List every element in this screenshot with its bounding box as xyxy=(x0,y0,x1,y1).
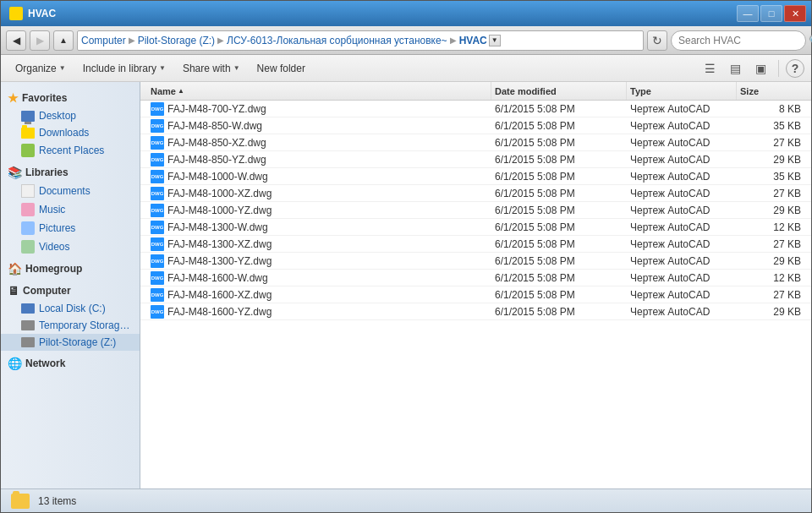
up-button[interactable]: ▲ xyxy=(53,30,74,51)
sidebar-item-downloads[interactable]: Downloads xyxy=(1,124,140,141)
file-size-cell: 29 KB xyxy=(737,255,804,267)
new-folder-button[interactable]: New folder xyxy=(250,58,313,79)
breadcrumb-dropdown[interactable]: ▼ xyxy=(489,35,501,46)
sidebar-header-favorites[interactable]: ★ Favorites xyxy=(1,89,140,107)
address-bar: ◀ ▶ ▲ Computer ▶ Pilot-Storage (Z:) ▶ ЛС… xyxy=(1,26,811,55)
minimize-button[interactable]: — xyxy=(737,5,759,22)
sidebar-item-pictures[interactable]: Pictures xyxy=(1,219,140,237)
file-date-cell: 6/1/2015 5:08 PM xyxy=(491,154,627,166)
sidebar-item-music[interactable]: Music xyxy=(1,200,140,219)
organize-dropdown-icon: ▼ xyxy=(59,64,66,72)
help-button[interactable]: ? xyxy=(786,59,804,78)
music-icon xyxy=(21,203,35,216)
table-row[interactable]: DWG FAJ-M48-1300-W.dwg 6/1/2015 5:08 PM … xyxy=(140,219,811,236)
view-list-button[interactable]: ☰ xyxy=(699,58,721,79)
sidebar-header-homegroup[interactable]: 🏠 Homegroup xyxy=(1,259,140,278)
file-size-cell: 12 KB xyxy=(737,272,804,284)
maximize-button[interactable]: □ xyxy=(760,5,782,22)
table-row[interactable]: DWG FAJ-M48-1000-XZ.dwg 6/1/2015 5:08 PM… xyxy=(140,185,811,202)
close-button[interactable]: ✕ xyxy=(784,5,806,22)
network-label: Network xyxy=(25,357,65,369)
title-bar-left: HVAC xyxy=(9,7,56,20)
new-folder-label: New folder xyxy=(257,63,305,74)
organize-button[interactable]: Organize ▼ xyxy=(8,58,74,79)
table-row[interactable]: DWG FAJ-M48-850-W.dwg 6/1/2015 5:08 PM Ч… xyxy=(140,117,811,134)
toolbar-divider xyxy=(778,60,779,77)
sidebar-item-recent-places[interactable]: Recent Places xyxy=(1,141,140,160)
sidebar-header-computer[interactable]: 🖥 Computer xyxy=(1,281,140,300)
dwg-file-icon: DWG xyxy=(151,221,164,234)
sidebar-item-local-disk[interactable]: Local Disk (C:) xyxy=(1,300,140,317)
dwg-file-icon: DWG xyxy=(151,153,164,166)
window-icon xyxy=(9,7,23,20)
dwg-file-icon: DWG xyxy=(151,254,164,268)
back-button[interactable]: ◀ xyxy=(6,30,26,51)
column-date-modified[interactable]: Date modified xyxy=(491,82,627,100)
column-header: Name ▲ Date modified Type Size xyxy=(140,82,811,101)
breadcrumb-computer[interactable]: Computer xyxy=(81,35,126,46)
search-icon[interactable]: 🔍 xyxy=(809,35,812,46)
dwg-file-icon: DWG xyxy=(151,136,164,150)
sidebar: ★ Favorites Desktop Downloads Recent Pla… xyxy=(1,82,140,488)
sidebar-item-videos[interactable]: Videos xyxy=(1,237,140,256)
sidebar-item-temp-storage[interactable]: Temporary Storage (… xyxy=(1,317,140,334)
sidebar-item-pilot-storage[interactable]: Pilot-Storage (Z:) xyxy=(1,334,140,351)
file-type-cell: Чертеж AutoCAD xyxy=(627,137,737,149)
refresh-button[interactable]: ↻ xyxy=(647,30,667,51)
organize-label: Organize xyxy=(15,63,57,74)
table-row[interactable]: DWG FAJ-M48-850-XZ.dwg 6/1/2015 5:08 PM … xyxy=(140,134,811,151)
file-size-cell: 27 KB xyxy=(737,188,804,199)
sidebar-item-desktop[interactable]: Desktop xyxy=(1,107,140,124)
file-name-cell: DWG FAJ-M48-1300-W.dwg xyxy=(147,221,491,234)
share-with-button[interactable]: Share with ▼ xyxy=(175,58,248,79)
breadcrumb-bar[interactable]: Computer ▶ Pilot-Storage (Z:) ▶ ЛСУ-6013… xyxy=(77,30,644,51)
file-list: DWG FAJ-M48-700-YZ.dwg 6/1/2015 5:08 PM … xyxy=(140,101,811,488)
main-content: ★ Favorites Desktop Downloads Recent Pla… xyxy=(1,82,811,488)
file-type-cell: Чертеж AutoCAD xyxy=(627,289,737,301)
table-row[interactable]: DWG FAJ-M48-850-YZ.dwg 6/1/2015 5:08 PM … xyxy=(140,151,811,168)
forward-button[interactable]: ▶ xyxy=(30,30,50,51)
column-type[interactable]: Type xyxy=(627,82,737,100)
include-dropdown-icon: ▼ xyxy=(159,64,166,72)
table-row[interactable]: DWG FAJ-M48-1600-W.dwg 6/1/2015 5:08 PM … xyxy=(140,270,811,287)
table-row[interactable]: DWG FAJ-M48-1300-YZ.dwg 6/1/2015 5:08 PM… xyxy=(140,253,811,270)
table-row[interactable]: DWG FAJ-M48-1600-XZ.dwg 6/1/2015 5:08 PM… xyxy=(140,287,811,303)
libraries-icon: 📚 xyxy=(8,166,22,179)
column-name[interactable]: Name ▲ xyxy=(147,82,491,100)
breadcrumb-pilot-storage[interactable]: Pilot-Storage (Z:) xyxy=(138,35,215,46)
table-row[interactable]: DWG FAJ-M48-1300-XZ.dwg 6/1/2015 5:08 PM… xyxy=(140,236,811,253)
include-in-library-label: Include in library xyxy=(83,63,156,74)
file-name-cell: DWG FAJ-M48-1600-XZ.dwg xyxy=(147,288,491,302)
file-area: Name ▲ Date modified Type Size DWG FAJ-M… xyxy=(140,82,811,488)
table-row[interactable]: DWG FAJ-M48-1600-YZ.dwg 6/1/2015 5:08 PM… xyxy=(140,303,811,320)
breadcrumb-hvac[interactable]: HVAC xyxy=(459,35,487,46)
file-date-cell: 6/1/2015 5:08 PM xyxy=(491,238,627,250)
file-date-cell: 6/1/2015 5:08 PM xyxy=(491,272,627,284)
table-row[interactable]: DWG FAJ-M48-1000-YZ.dwg 6/1/2015 5:08 PM… xyxy=(140,202,811,219)
downloads-folder-icon xyxy=(21,128,35,139)
view-detail-button[interactable]: ▤ xyxy=(724,58,746,79)
search-input[interactable] xyxy=(678,35,805,46)
file-name-cell: DWG FAJ-M48-1600-YZ.dwg xyxy=(147,305,491,319)
sidebar-header-libraries[interactable]: 📚 Libraries xyxy=(1,163,140,182)
file-date-cell: 6/1/2015 5:08 PM xyxy=(491,137,627,149)
table-row[interactable]: DWG FAJ-M48-1000-W.dwg 6/1/2015 5:08 PM … xyxy=(140,168,811,185)
view-preview-button[interactable]: ▣ xyxy=(749,58,771,79)
explorer-window: HVAC — □ ✕ ◀ ▶ ▲ Computer ▶ Pilot-Storag… xyxy=(0,0,812,513)
file-size-cell: 27 KB xyxy=(737,137,804,149)
column-size[interactable]: Size xyxy=(737,82,804,100)
computer-label: Computer xyxy=(23,285,71,297)
computer-icon: 🖥 xyxy=(8,284,19,297)
star-icon: ★ xyxy=(8,91,19,105)
sidebar-header-network[interactable]: 🌐 Network xyxy=(1,354,140,373)
file-name-cell: DWG FAJ-M48-850-XZ.dwg xyxy=(147,136,491,150)
file-type-cell: Чертеж AutoCAD xyxy=(627,103,737,115)
sidebar-item-documents[interactable]: Documents xyxy=(1,182,140,200)
table-row[interactable]: DWG FAJ-M48-700-YZ.dwg 6/1/2015 5:08 PM … xyxy=(140,101,811,117)
breadcrumb-lsu[interactable]: ЛСУ-6013-Локальная сорбционная установке… xyxy=(227,35,447,46)
videos-label: Videos xyxy=(39,241,69,253)
file-size-cell: 35 KB xyxy=(737,120,804,132)
favorites-label: Favorites xyxy=(22,92,67,104)
include-in-library-button[interactable]: Include in library ▼ xyxy=(75,58,173,79)
documents-icon xyxy=(21,184,35,198)
